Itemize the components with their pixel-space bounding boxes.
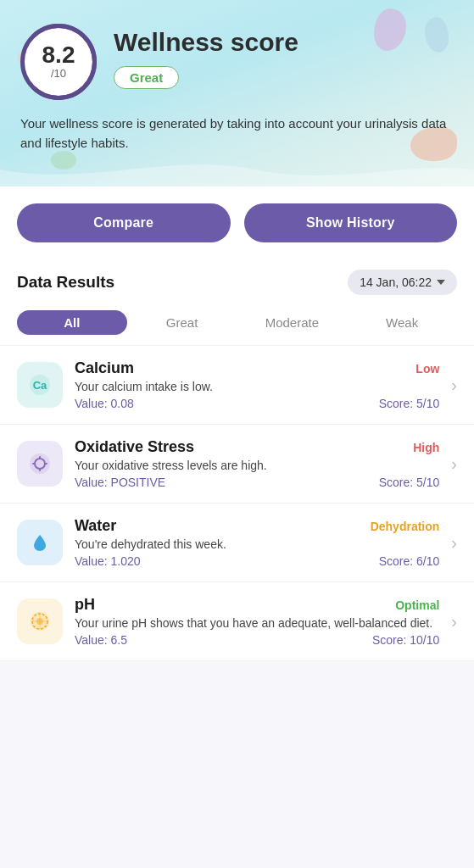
result-score: Score: 5/10 <box>379 476 440 489</box>
ph-icon <box>17 598 63 644</box>
chevron-down-icon <box>437 280 445 285</box>
result-content: Calcium Low Your calcium intake is low. … <box>75 359 439 410</box>
result-bottom-row: Value: POSITIVE Score: 5/10 <box>75 476 439 489</box>
result-content: Oxidative Stress High Your oxidative str… <box>75 438 439 489</box>
hero-wave-decoration <box>0 153 474 186</box>
result-content: Water Dehydration You're dehydrated this… <box>75 517 439 568</box>
result-name: Calcium <box>75 359 134 377</box>
result-description: Your urine pH shows that you have an ade… <box>75 616 439 630</box>
result-bottom-row: Value: 6.5 Score: 10/10 <box>75 633 439 647</box>
result-name: pH <box>75 596 95 614</box>
filter-tab-great[interactable]: Great <box>127 310 237 335</box>
result-item[interactable]: pH Optimal Your urine pH shows that you … <box>0 582 474 661</box>
result-top-row: Calcium Low <box>75 359 439 377</box>
data-results-header: Data Results 14 Jan, 06:22 <box>0 256 474 303</box>
result-value: Value: 6.5 <box>75 633 127 647</box>
result-value: Value: 0.08 <box>75 397 134 410</box>
result-name: Water <box>75 517 116 535</box>
result-status: High <box>413 441 439 454</box>
result-status: Dehydration <box>371 520 440 533</box>
result-top-row: Water Dehydration <box>75 517 439 535</box>
result-description: Your calcium intake is low. <box>75 380 439 393</box>
oxidative-icon <box>17 441 63 487</box>
date-selector-text: 14 Jan, 06:22 <box>360 275 432 289</box>
result-status: Optimal <box>395 598 439 612</box>
compare-button[interactable]: Compare <box>17 203 231 242</box>
chevron-right-icon: › <box>451 612 457 632</box>
result-description: You're dehydrated this week. <box>75 537 439 551</box>
hero-title-area: Wellness score Great <box>114 24 454 89</box>
result-description: Your oxidative stress levels are high. <box>75 459 439 472</box>
result-bottom-row: Value: 0.08 Score: 5/10 <box>75 397 439 410</box>
result-item[interactable]: Ca Calcium Low Your calcium intake is lo… <box>0 346 474 425</box>
score-value: 8.2 <box>42 43 75 67</box>
result-name: Oxidative Stress <box>75 438 194 456</box>
action-buttons-row: Compare Show History <box>0 186 474 256</box>
page-title: Wellness score <box>114 27 454 58</box>
calcium-icon: Ca <box>17 362 63 408</box>
filter-tab-moderate[interactable]: Moderate <box>237 310 348 335</box>
filter-tab-all[interactable]: All <box>17 310 127 335</box>
hero-section: 8.2 /10 Wellness score Great Your wellne… <box>0 0 474 186</box>
result-value: Value: 1.020 <box>75 554 141 568</box>
result-item[interactable]: Oxidative Stress High Your oxidative str… <box>0 425 474 504</box>
score-denominator: /10 <box>51 67 66 81</box>
result-top-row: Oxidative Stress High <box>75 438 439 456</box>
wellness-badge: Great <box>114 66 179 89</box>
hero-description: Your wellness score is generated by taki… <box>20 114 454 153</box>
result-content: pH Optimal Your urine pH shows that you … <box>75 596 439 647</box>
result-item[interactable]: Water Dehydration You're dehydrated this… <box>0 504 474 582</box>
result-score: Score: 5/10 <box>379 397 440 410</box>
svg-text:Ca: Ca <box>33 379 47 392</box>
result-value: Value: POSITIVE <box>75 476 165 489</box>
filter-tabs: All Great Moderate Weak <box>0 303 474 346</box>
chevron-right-icon: › <box>451 454 457 474</box>
result-status: Low <box>415 362 439 376</box>
result-bottom-row: Value: 1.020 Score: 6/10 <box>75 554 439 568</box>
show-history-button[interactable]: Show History <box>244 203 458 242</box>
water-icon <box>17 520 63 565</box>
filter-tab-weak[interactable]: Weak <box>347 310 457 335</box>
results-list: Ca Calcium Low Your calcium intake is lo… <box>0 346 474 661</box>
date-selector[interactable]: 14 Jan, 06:22 <box>348 270 457 295</box>
chevron-right-icon: › <box>451 533 457 553</box>
wellness-score-circle: 8.2 /10 <box>20 24 97 100</box>
result-top-row: pH Optimal <box>75 596 439 614</box>
result-score: Score: 6/10 <box>379 554 440 568</box>
data-results-title: Data Results <box>17 273 114 292</box>
result-score: Score: 10/10 <box>372 633 439 647</box>
chevron-right-icon: › <box>451 376 457 395</box>
